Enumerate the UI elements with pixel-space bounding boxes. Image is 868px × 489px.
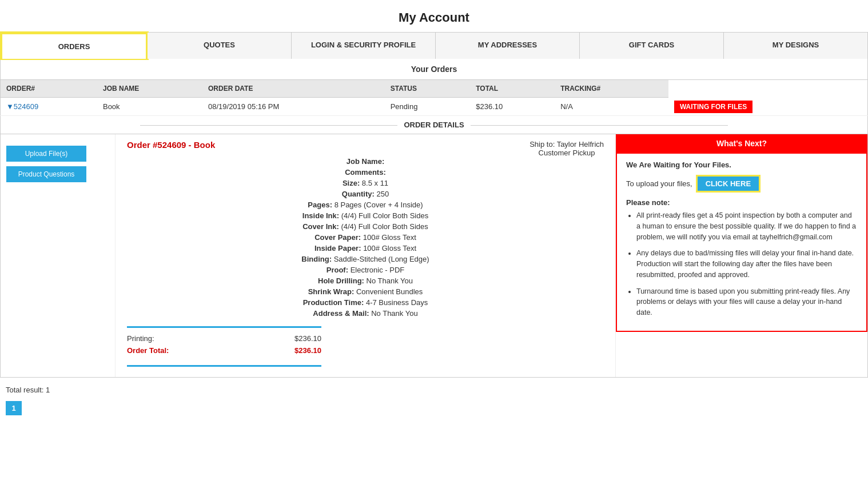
detail-label: Inside Paper: — [314, 244, 361, 252]
detail-line: Production Time: 4-7 Business Days — [127, 298, 604, 307]
order-details-section: ORDER DETAILS Upload File(s) Product Que… — [0, 116, 868, 378]
ship-to-label: Ship to: Taylor Helfrich — [529, 140, 604, 149]
note-item: Any delays due to bad/missing files will… — [636, 248, 857, 280]
order-date-cell: 08/19/2019 05:16 PM — [202, 98, 385, 116]
detail-label: Production Time: — [303, 298, 364, 307]
detail-lines: Size: 8.5 x 11Quantity: 250Pages: 8 Page… — [127, 179, 604, 318]
detail-label: Shrink Wrap: — [308, 287, 355, 296]
whats-next-body: We Are Waiting for Your Files. To upload… — [616, 153, 867, 332]
order-num-cell: ▼524609 — [1, 98, 97, 116]
detail-value: 100# Gloss Text — [363, 244, 416, 252]
tab-orders[interactable]: ORDERS — [1, 33, 148, 59]
detail-value: No Thank You — [367, 276, 413, 285]
upload-prompt: To upload your files, — [626, 179, 692, 188]
tab-login-security[interactable]: LOGIN & SECURITY PROFILE — [292, 33, 436, 59]
col-status: STATUS — [385, 80, 471, 98]
notes-list: All print-ready files get a 45 point ins… — [626, 210, 857, 318]
job-name-line: Job Name: — [127, 157, 604, 166]
col-job-name: JOB NAME — [97, 80, 202, 98]
order-details-body: Upload File(s) Product Questions Ship to… — [1, 134, 867, 377]
detail-label: Quantity: — [342, 190, 375, 198]
tab-gift-cards[interactable]: GIFT CARDS — [580, 33, 724, 59]
product-questions-button[interactable]: Product Questions — [6, 166, 86, 182]
comments-line: Comments: — [127, 168, 604, 177]
order-details-header: ORDER DETAILS — [1, 116, 867, 134]
detail-label: Cover Ink: — [302, 222, 339, 231]
printing-label: Printing: — [127, 334, 154, 343]
detail-value: 8 Pages (Cover + 4 Inside) — [335, 201, 423, 209]
detail-line: Binding: Saddle-Stitched (Long Edge) — [127, 255, 604, 263]
detail-value: 250 — [376, 190, 389, 198]
total-cell: $236.10 — [470, 98, 555, 116]
detail-value: (4/4) Full Color Both Sides — [341, 211, 428, 220]
ship-to-label-text: Ship to: — [529, 140, 555, 149]
order-total-value: $236.10 — [294, 346, 321, 355]
order-total-row: Order Total: $236.10 — [127, 344, 321, 356]
detail-label: Hole Drilling: — [318, 276, 364, 285]
ship-to-section: Ship to: Taylor Helfrich Customer Pickup — [529, 140, 604, 157]
middle-panel: Ship to: Taylor Helfrich Customer Pickup… — [115, 134, 616, 377]
detail-label: Address & Mail: — [313, 309, 369, 318]
whats-next-header: What's Next? — [616, 134, 867, 153]
pagination-area: 1 — [0, 398, 868, 427]
detail-line: Cover Paper: 100# Gloss Text — [127, 233, 604, 242]
detail-separator-bottom — [127, 365, 321, 367]
detail-line: Size: 8.5 x 11 — [127, 179, 604, 187]
detail-value: 4-7 Business Days — [366, 298, 428, 307]
job-name-cell: Book — [97, 98, 202, 116]
detail-label: Pages: — [308, 201, 332, 209]
detail-line: Shrink Wrap: Convenient Bundles — [127, 287, 604, 296]
detail-label: Binding: — [301, 255, 332, 263]
printing-row: Printing: $236.10 — [127, 332, 321, 344]
orders-table-head: ORDER#JOB NAMEORDER DATESTATUSTOTALTRACK… — [1, 80, 868, 98]
detail-line: Cover Ink: (4/4) Full Color Both Sides — [127, 222, 604, 231]
note-item: All print-ready files get a 45 point ins… — [636, 210, 857, 242]
table-row: ▼524609Book08/19/2019 05:16 PMPending$23… — [1, 98, 868, 116]
col-order-date: ORDER DATE — [202, 80, 385, 98]
order-details-header-text: ORDER DETAILS — [404, 121, 464, 129]
right-panel: What's Next? We Are Waiting for Your Fil… — [616, 134, 867, 377]
col-total: TOTAL — [470, 80, 555, 98]
pricing-table: Printing: $236.10 Order Total: $236.10 — [127, 332, 321, 356]
order-total-label: Order Total: — [127, 346, 169, 355]
tab-quotes[interactable]: QUOTES — [148, 33, 292, 59]
detail-label: Inside Ink: — [302, 211, 339, 220]
detail-line: Inside Ink: (4/4) Full Color Both Sides — [127, 211, 604, 220]
ship-to-method: Customer Pickup — [529, 149, 604, 157]
tabs-bar: ORDERSQUOTESLOGIN & SECURITY PROFILEMY A… — [0, 32, 868, 59]
detail-line: Quantity: 250 — [127, 190, 604, 198]
order-link[interactable]: ▼524609 — [6, 102, 38, 111]
detail-label: Proof: — [327, 266, 348, 274]
job-name-label: Job Name: — [347, 157, 384, 166]
tab-my-addresses[interactable]: MY ADDRESSES — [436, 33, 580, 59]
left-panel: Upload File(s) Product Questions — [1, 134, 115, 377]
col-tracking-: TRACKING# — [555, 80, 668, 98]
waiting-title: We Are Waiting for Your Files. — [626, 161, 857, 169]
col-order-: ORDER# — [1, 80, 97, 98]
detail-line: Inside Paper: 100# Gloss Text — [127, 244, 604, 252]
orders-section-header: Your Orders — [0, 59, 868, 80]
comments-label: Comments: — [345, 168, 386, 177]
note-item: Turnaround time is based upon you submit… — [636, 286, 857, 318]
click-here-button[interactable]: CLICK HERE — [696, 175, 761, 193]
detail-value: Electronic - PDF — [351, 266, 405, 274]
tab-my-designs[interactable]: MY DESIGNS — [724, 33, 867, 59]
detail-value: 100# Gloss Text — [363, 233, 416, 242]
click-here-line: To upload your files, CLICK HERE — [626, 175, 857, 193]
badge-cell: WAITING FOR FILES — [668, 98, 868, 116]
status-badge: WAITING FOR FILES — [674, 101, 752, 113]
detail-value: No Thank You — [371, 309, 417, 318]
printing-value: $236.10 — [294, 334, 321, 343]
detail-value: Saddle-Stitched (Long Edge) — [334, 255, 429, 263]
upload-files-button[interactable]: Upload File(s) — [6, 146, 86, 162]
detail-line: Pages: 8 Pages (Cover + 4 Inside) — [127, 201, 604, 209]
detail-line: Address & Mail: No Thank You — [127, 309, 604, 318]
ship-to-name: Taylor Helfrich — [557, 140, 604, 149]
detail-separator — [127, 326, 321, 328]
detail-label: Cover Paper: — [314, 233, 361, 242]
footer-total: Total result: 1 — [0, 378, 868, 398]
detail-value: 8.5 x 11 — [362, 179, 388, 187]
page-1-button[interactable]: 1 — [6, 401, 22, 415]
detail-line: Proof: Electronic - PDF — [127, 266, 604, 274]
detail-value: (4/4) Full Color Both Sides — [341, 222, 428, 231]
